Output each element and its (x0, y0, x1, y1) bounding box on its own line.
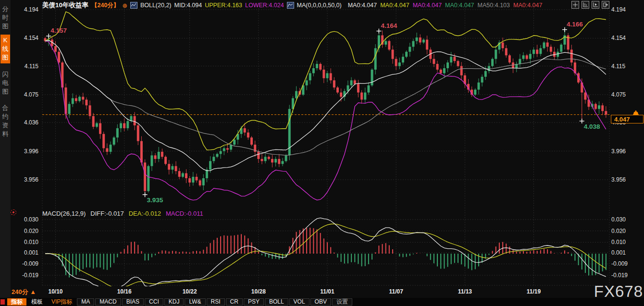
y-axis-label-right: 4.075 (611, 91, 636, 98)
price-annotation: 4.166 (567, 21, 583, 28)
x-axis-label: 11/07 (385, 288, 407, 295)
indicator-toolbar: 指标模板VIP指标MAMACDBIASCCIKDJLW&RSICRPSYBOLL… (0, 298, 644, 306)
y-axis-label-right: 4.115 (611, 63, 636, 70)
ma-value-5: MA0:4.047 (513, 2, 542, 9)
x-axis-label: 11/13 (454, 288, 475, 295)
toolbar-button-obv[interactable]: OBV (310, 298, 331, 306)
price-annotation: 4.157 (50, 27, 67, 34)
ma-value-2: MA0:4.047 (413, 2, 442, 9)
x-axis-label: 11/01 (317, 288, 338, 295)
axis-scale-icon[interactable] (582, 1, 589, 9)
toolbar-button-boll[interactable]: BOLL (265, 298, 288, 306)
macd-axis-label-right: 0.001 (611, 249, 636, 256)
macd-header: MACD(26,12,9) DIFF:-0.017 DEA:-0.012 MAC… (42, 210, 203, 217)
macd-axis-label-right: 0.020 (611, 228, 636, 234)
add-indicator-icon[interactable]: ⊕ (122, 2, 127, 9)
timeframe-up-arrow-icon: ▲ (30, 288, 36, 295)
y-axis-label-left: 4.036 (13, 119, 38, 126)
y-axis-label-right: 3.996 (611, 148, 636, 155)
trading-app-window: 分时图K线图闪电图合约资料 4.1573.9354.1644.1664.038 … (0, 0, 644, 306)
y-axis-label-left: 4.194 (13, 6, 38, 13)
chart-canvas[interactable]: 4.1573.9354.1644.1664.038 (0, 0, 644, 306)
y-axis-label-left: 4.115 (13, 63, 38, 70)
macd-axis-label-left: -0.009 (13, 260, 38, 267)
boll-upper-value: UPPER:4.163 (205, 2, 242, 9)
macd-axis-label-right: 0.030 (611, 216, 636, 223)
timeframe-label: 【240分】 (91, 1, 119, 10)
crosshair-icon[interactable] (571, 1, 579, 9)
ma-value-4: MA50:4.103 (478, 2, 510, 9)
macd-axis-label-right: 0.010 (611, 239, 636, 245)
boll-lower-value: LOWER:4.024 (245, 2, 284, 9)
toolbar-button-indicators[interactable]: 指标 (7, 298, 26, 306)
instrument-title: 美债10年收益率 (42, 1, 88, 10)
timeframe-footer-label: 240分 (12, 288, 28, 295)
toolbar-button-cr[interactable]: CR (226, 298, 243, 306)
ma-value-1: MA0:4.047 (380, 2, 409, 9)
price-annotation: 4.038 (584, 123, 600, 130)
app-logo-icon (0, 299, 5, 305)
toolbar-button-vol[interactable]: VOL (289, 298, 310, 306)
y-axis-label-left: 3.996 (13, 148, 38, 155)
sidebar-item-time-chart[interactable]: 分时图 (0, 3, 10, 32)
macd-axis-label-left: -0.019 (13, 272, 38, 279)
ma-indicator-icon[interactable] (287, 2, 294, 9)
x-axis-label: 10/16 (114, 288, 135, 295)
exit-chart-icon[interactable] (602, 1, 609, 9)
macd-label: MACD(26,12,9) (42, 210, 86, 217)
timeframe-footer[interactable]: 240分 ▲ (12, 288, 36, 296)
toolbar-button-templates[interactable]: 模板 (27, 298, 47, 306)
y-axis-label-right: 3.956 (611, 176, 636, 183)
alert-bell-icon[interactable] (632, 109, 639, 118)
macd-diff-value: DIFF:-0.017 (90, 210, 124, 217)
macd-axis-label-left: 0.001 (13, 249, 38, 256)
macd-macd-value: MACD:-0.011 (166, 210, 203, 217)
sidebar: 分时图K线图闪电图合约资料 (0, 0, 11, 306)
macd-settings-icon[interactable] (11, 209, 16, 215)
sidebar-item-contract-info[interactable]: 合约资料 (0, 102, 10, 140)
chart-header: 美债10年收益率 【240分】 ⊕ BOLL(20,2) MID:4.094 U… (42, 1, 542, 9)
y-axis-label-left: 3.956 (13, 176, 38, 183)
toolbar-button-lw[interactable]: LW& (185, 298, 205, 306)
y-axis-label-left: 4.075 (13, 91, 38, 98)
macd-axis-label-left: 0.030 (13, 216, 38, 223)
toolbar-button-cci[interactable]: CCI (145, 298, 163, 306)
ma-label: MA(0,0,0,0,50,0) (297, 2, 342, 9)
chart-window-controls (571, 1, 609, 9)
ma-value-3: MA0:4.047 (445, 2, 474, 9)
ma-value-0: MA0:4.047 (348, 2, 377, 9)
macd-axis-label-right: -0.009 (611, 260, 636, 267)
x-axis-label: 10/22 (179, 288, 200, 295)
macd-axis-label-left: 0.010 (13, 239, 38, 245)
toolbar-button-kdj[interactable]: KDJ (164, 298, 184, 306)
x-axis-label: 10/10 (45, 288, 66, 295)
axis-play-icon[interactable] (592, 1, 599, 9)
toolbar-button-vip-indicators[interactable]: VIP指标 (48, 298, 76, 306)
x-axis-label: 10/28 (248, 288, 269, 295)
macd-axis-label-right: -0.019 (611, 272, 636, 279)
macd-dea-value: DEA:-0.012 (129, 210, 161, 217)
ma-values: MA0:4.047MA0:4.047MA0:4.047MA0:4.047MA50… (345, 2, 543, 9)
y-axis-label-right: 4.194 (611, 6, 636, 13)
price-annotation: 4.164 (381, 22, 397, 29)
toolbar-button-rsi[interactable]: RSI (207, 298, 225, 306)
y-axis-label-right: 4.154 (611, 35, 636, 41)
sidebar-item-kline-chart[interactable]: K线图 (0, 35, 10, 63)
toolbar-button-ma[interactable]: MA (77, 298, 94, 306)
macd-axis-label-left: 0.020 (13, 228, 38, 234)
toolbar-button-settings[interactable]: 设置 (332, 298, 352, 306)
watermark: FX678 (594, 282, 643, 301)
toolbar-button-psy[interactable]: PSY (244, 298, 264, 306)
boll-indicator-icon[interactable] (130, 2, 137, 9)
sidebar-item-flash-chart[interactable]: 闪电图 (0, 69, 10, 98)
boll-label: BOLL(20,2) (140, 2, 172, 9)
price-annotation: 3.935 (147, 196, 163, 204)
x-axis-label: 11/19 (523, 288, 545, 295)
toolbar-button-macd[interactable]: MACD (95, 298, 121, 306)
toolbar-button-bias[interactable]: BIAS (122, 298, 144, 306)
boll-mid-value: MID:4.094 (174, 2, 202, 9)
y-axis-label-left: 4.154 (13, 35, 38, 41)
